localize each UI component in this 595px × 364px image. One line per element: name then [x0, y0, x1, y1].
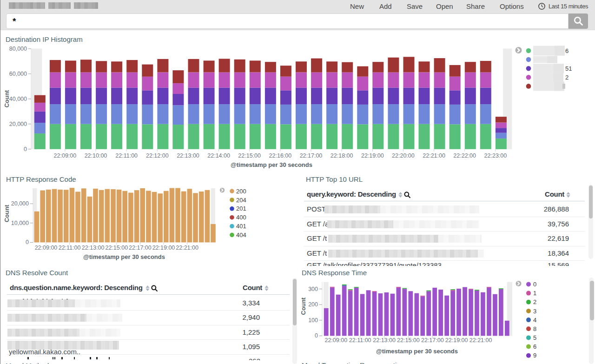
svg-text:22:16:00: 22:16:00 — [269, 152, 292, 159]
svg-text:60,000: 60,000 — [9, 71, 27, 77]
svg-text:@timestamp per 30 seconds: @timestamp per 30 seconds — [376, 348, 458, 355]
svg-text:20,000: 20,000 — [11, 200, 29, 207]
svg-text:22:19:00: 22:19:00 — [361, 152, 384, 159]
svg-text:204: 204 — [236, 197, 246, 204]
svg-text:22:12:00: 22:12:00 — [146, 152, 169, 159]
svg-text:22:17:00: 22:17:00 — [129, 245, 152, 251]
svg-text:2: 2 — [565, 74, 569, 81]
svg-text:3: 3 — [533, 308, 536, 315]
svg-text:22:20:00: 22:20:00 — [392, 152, 415, 159]
svg-text:22:15:00: 22:15:00 — [238, 152, 261, 159]
svg-text:40,000: 40,000 — [9, 96, 27, 102]
svg-text:5: 5 — [533, 334, 536, 341]
svg-text:22:18:00: 22:18:00 — [331, 152, 353, 159]
svg-text:4: 4 — [533, 317, 536, 324]
svg-text:0: 0 — [533, 281, 536, 288]
svg-text:22:21:00: 22:21:00 — [423, 152, 445, 159]
svg-text:80,000: 80,000 — [9, 46, 27, 52]
svg-text:22:09:00: 22:09:00 — [35, 245, 58, 251]
svg-text:20,000: 20,000 — [9, 121, 27, 127]
svg-text:400: 400 — [236, 214, 246, 221]
svg-text:200: 200 — [308, 301, 318, 308]
svg-text:22:11:00: 22:11:00 — [349, 337, 371, 344]
svg-text:10,000: 10,000 — [11, 220, 29, 226]
svg-text:22:13:00: 22:13:00 — [82, 245, 105, 251]
svg-text:22:17:00: 22:17:00 — [421, 337, 444, 344]
svg-text:22:11:00: 22:11:00 — [59, 245, 81, 251]
svg-text:@timestamp per 30 seconds: @timestamp per 30 seconds — [231, 161, 312, 168]
svg-text:22:21:00: 22:21:00 — [469, 337, 492, 344]
svg-text:9: 9 — [533, 352, 536, 359]
svg-text:201: 201 — [236, 205, 246, 212]
svg-text:401: 401 — [236, 223, 246, 230]
svg-text:22:13:00: 22:13:00 — [177, 152, 199, 159]
svg-text:22:21:00: 22:21:00 — [176, 245, 198, 251]
svg-text:0: 0 — [315, 332, 318, 339]
svg-text:0: 0 — [24, 146, 27, 152]
svg-text:300: 300 — [308, 286, 318, 292]
svg-text:22:10:00: 22:10:00 — [85, 152, 107, 159]
svg-text:22:17:00: 22:17:00 — [300, 152, 323, 159]
svg-text:@timestamp per 30 seconds: @timestamp per 30 seconds — [83, 253, 165, 260]
svg-text:22:15:00: 22:15:00 — [105, 245, 128, 251]
svg-text:Count: Count — [4, 90, 11, 107]
svg-text:200: 200 — [236, 188, 246, 195]
svg-text:0: 0 — [26, 239, 29, 245]
svg-text:22:09:00: 22:09:00 — [54, 152, 77, 159]
svg-text:22:14:00: 22:14:00 — [207, 152, 230, 159]
svg-text:22:22:00: 22:22:00 — [453, 152, 476, 159]
svg-text:100: 100 — [308, 317, 318, 324]
svg-text:22:23:00: 22:23:00 — [484, 152, 507, 159]
svg-text:22:09:00: 22:09:00 — [324, 337, 347, 344]
svg-text:6: 6 — [533, 343, 536, 350]
svg-text:22:13:00: 22:13:00 — [373, 337, 396, 344]
svg-text:51: 51 — [565, 65, 572, 72]
svg-text:22:19:00: 22:19:00 — [152, 245, 175, 251]
svg-text:22:15:00: 22:15:00 — [397, 337, 420, 344]
svg-text:22:11:00: 22:11:00 — [115, 152, 138, 159]
svg-text:8: 8 — [533, 325, 536, 332]
svg-text:1: 1 — [533, 290, 536, 297]
svg-text:Count: Count — [300, 297, 307, 315]
svg-text:6: 6 — [565, 47, 569, 54]
svg-text:Count: Count — [3, 205, 10, 222]
svg-text:2: 2 — [533, 298, 536, 305]
svg-text:22:19:00: 22:19:00 — [445, 337, 468, 344]
svg-text:404: 404 — [236, 232, 246, 238]
